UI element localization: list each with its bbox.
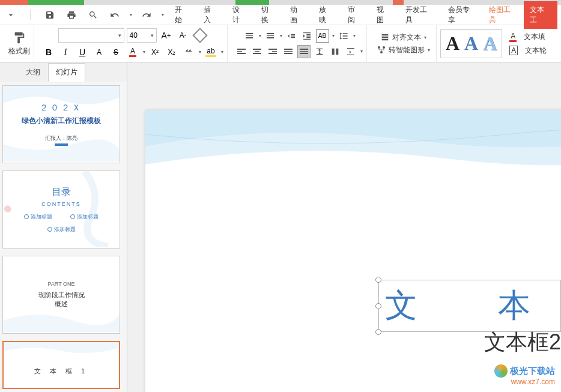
- bullets-button[interactable]: [243, 29, 256, 43]
- dropdown-icon[interactable]: ▾: [280, 33, 282, 38]
- align-text-button[interactable]: 对齐文本▾: [378, 31, 429, 44]
- slides-tab[interactable]: 幻灯片: [48, 63, 85, 82]
- svg-point-2: [380, 51, 383, 53]
- decrease-font-icon[interactable]: A-: [176, 28, 190, 43]
- redo-icon[interactable]: [139, 8, 154, 22]
- style-preset-1[interactable]: A: [446, 32, 459, 55]
- slide-thumb-2[interactable]: 目录 CONTENTS 添加标题 添加标题 添加标题: [2, 170, 120, 249]
- text-direction-button[interactable]: AB: [316, 29, 329, 43]
- align-center-button[interactable]: [250, 45, 264, 58]
- dropdown-icon[interactable]: ▾: [353, 33, 356, 38]
- align-justify-button[interactable]: [282, 45, 295, 58]
- font-color-button[interactable]: A: [126, 45, 140, 59]
- tab-view[interactable]: 视图: [371, 1, 397, 29]
- menu-dropdown-icon[interactable]: [4, 8, 18, 22]
- dropdown-icon[interactable]: ▾: [199, 49, 201, 55]
- tab-start[interactable]: 开始: [169, 1, 195, 29]
- underline-button[interactable]: U: [75, 45, 89, 59]
- dropdown-icon[interactable]: ▾: [259, 33, 261, 38]
- tab-animation[interactable]: 动画: [284, 1, 311, 29]
- svg-point-0: [378, 46, 380, 49]
- line-spacing-button[interactable]: [337, 29, 350, 43]
- dropdown-icon[interactable]: ▾: [332, 33, 335, 38]
- smart-shape-button[interactable]: 转智能图形▾: [374, 44, 432, 56]
- style-preset-3[interactable]: A: [483, 32, 497, 55]
- highlight-button[interactable]: ab: [204, 45, 218, 59]
- undo-icon[interactable]: [108, 8, 122, 22]
- bold-button[interactable]: B: [41, 45, 56, 59]
- decrease-indent-button[interactable]: [285, 29, 298, 43]
- superscript-button[interactable]: X²: [148, 45, 162, 59]
- watermark-name: 极光下载站: [510, 366, 555, 377]
- textbox-1-selected[interactable]: 文 本: [378, 280, 561, 332]
- tab-developer[interactable]: 开发工具: [399, 1, 440, 29]
- resize-handle[interactable]: [375, 277, 381, 283]
- font-name-combo[interactable]: ▾: [58, 28, 124, 43]
- outline-tab[interactable]: 大纲: [18, 63, 48, 82]
- canvas[interactable]: 文 本 文本框2 极光下载站 www.xz7.com: [127, 62, 561, 392]
- italic-button[interactable]: I: [58, 45, 73, 59]
- dropdown-icon: ▾: [428, 47, 430, 53]
- thumbnail-list[interactable]: ２０２Ｘ 绿色小清新工作汇报模板 汇报人：陈亮 目录 CONTENTS 添加标题…: [0, 82, 127, 392]
- style-preset-2[interactable]: A: [464, 32, 478, 55]
- align-group: 对齐文本▾ 转智能图形▾: [371, 25, 437, 62]
- tab-member[interactable]: 会员专享: [442, 1, 483, 29]
- tab-stops-button[interactable]: [344, 45, 357, 58]
- text-outline-button[interactable]: A 文本轮: [509, 46, 546, 56]
- slide-thumb-4[interactable]: 文 本 框 1: [2, 341, 120, 389]
- strikethrough-button[interactable]: S: [109, 45, 123, 59]
- numbering-button[interactable]: [264, 29, 277, 43]
- undo-dropdown[interactable]: ▾: [130, 12, 132, 17]
- chevron-down-icon: ▾: [118, 32, 121, 38]
- dropdown-icon: ▾: [424, 35, 426, 40]
- spacing-before-button[interactable]: [313, 45, 326, 58]
- slide-panel: 大纲 幻灯片 ２０２Ｘ 绿色小清新工作汇报模板 汇报人：陈亮 目录 CONTEN…: [0, 62, 127, 392]
- slide-thumb-1[interactable]: ２０２Ｘ 绿色小清新工作汇报模板 汇报人：陈亮: [2, 85, 120, 163]
- tab-review[interactable]: 审阅: [342, 1, 368, 29]
- increase-indent-button[interactable]: [300, 29, 314, 43]
- font-size-combo[interactable]: 40▾: [127, 28, 157, 43]
- clipboard-group: 格式刷: [5, 25, 34, 62]
- text-fill-button[interactable]: A 文本填: [509, 32, 546, 42]
- font-group: ▾ 40▾ A+ A- B I U A S A▾ X² X₂ ᴬᴬ▾ ab▾: [38, 25, 228, 62]
- format-painter-button[interactable]: 格式刷: [8, 31, 30, 56]
- preview-icon[interactable]: [86, 8, 100, 22]
- tab-transition[interactable]: 切换: [255, 1, 282, 29]
- tab-slideshow[interactable]: 放映: [313, 1, 339, 29]
- columns-button[interactable]: [329, 45, 342, 58]
- dropdown-icon[interactable]: ▾: [143, 49, 145, 55]
- align-distribute-button[interactable]: [297, 45, 311, 58]
- tab-insert[interactable]: 插入: [198, 1, 224, 29]
- change-case-button[interactable]: ᴬᴬ: [181, 45, 196, 59]
- slide-wave-decoration: [145, 110, 561, 194]
- align-left-button[interactable]: [235, 45, 248, 58]
- clear-format-icon[interactable]: [193, 28, 207, 43]
- tab-text-tools[interactable]: 文本工: [524, 1, 557, 29]
- align-right-button[interactable]: [266, 45, 279, 58]
- slide-thumb-3[interactable]: PART ONE 现阶段工作情况 概述: [2, 256, 120, 334]
- chevron-down-icon: ▾: [151, 32, 154, 38]
- watermark-url: www.xz7.com: [494, 378, 555, 386]
- save-icon[interactable]: [43, 8, 57, 22]
- redo-dropdown[interactable]: ▾: [162, 12, 164, 17]
- print-icon[interactable]: [64, 8, 79, 22]
- menu-bar: ▾ ▾ 开始 插入 设计 切换 动画 放映 审阅 视图 开发工具 会员专享 绘图…: [0, 5, 561, 25]
- svg-point-3: [4, 205, 11, 213]
- dropdown-icon[interactable]: ▾: [360, 49, 363, 54]
- ribbon: 格式刷 ▾ 40▾ A+ A- B I U A S A▾ X² X₂ ᴬᴬ▾ a…: [0, 25, 561, 62]
- subscript-button[interactable]: X₂: [165, 45, 179, 59]
- textbox-1-content[interactable]: 文 本: [385, 284, 554, 328]
- dropdown-icon[interactable]: ▾: [221, 49, 223, 55]
- increase-font-icon[interactable]: A+: [159, 28, 174, 43]
- tab-design[interactable]: 设计: [226, 1, 253, 29]
- tab-drawing-tools[interactable]: 绘图工具: [483, 1, 524, 29]
- svg-point-1: [383, 46, 385, 49]
- watermark: 极光下载站 www.xz7.com: [494, 364, 555, 386]
- text-effects-group: A 文本填 A 文本轮: [506, 32, 550, 56]
- resize-handle[interactable]: [375, 303, 381, 309]
- format-painter-label: 格式刷: [8, 46, 30, 56]
- resize-handle[interactable]: [375, 329, 381, 335]
- textbox-2[interactable]: 文本框2: [484, 328, 561, 357]
- text-style-gallery[interactable]: A A A: [440, 29, 502, 58]
- font-effect-button[interactable]: A: [92, 45, 106, 59]
